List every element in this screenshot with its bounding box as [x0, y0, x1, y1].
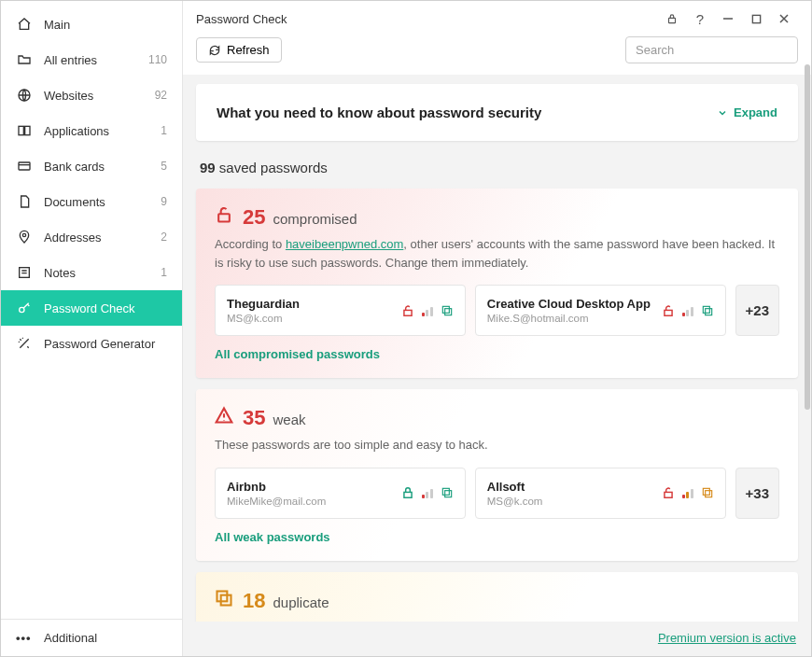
more-count-badge[interactable]: +33 — [735, 468, 779, 519]
more-icon: ••• — [16, 631, 33, 645]
sidebar-item-notes[interactable]: Notes 1 — [1, 255, 182, 290]
password-entry[interactable]: Airbnb MikeMike@mail.com — [215, 468, 466, 519]
sidebar-item-documents[interactable]: Documents 9 — [1, 184, 182, 219]
refresh-button[interactable]: Refresh — [196, 37, 282, 63]
sidebar-item-bank-cards[interactable]: Bank cards 5 — [1, 148, 182, 184]
duplicate-icon — [441, 304, 454, 317]
svg-rect-9 — [218, 214, 230, 221]
content-scroll[interactable]: What you need to know about password sec… — [183, 75, 811, 622]
toolbar: Refresh — [183, 31, 811, 75]
strength-icon — [422, 487, 433, 498]
panel-description: According to haveibeenpwned.com, other u… — [215, 235, 779, 272]
expand-button[interactable]: Expand — [717, 105, 777, 119]
svg-rect-12 — [444, 308, 451, 315]
note-icon — [16, 264, 33, 281]
svg-rect-23 — [221, 594, 231, 605]
wand-icon — [16, 335, 33, 352]
svg-rect-2 — [25, 126, 30, 134]
sidebar-label: Main — [44, 18, 167, 32]
strength-icon — [682, 487, 693, 498]
sidebar-list: Main All entries 110 Websites 92 Applica… — [1, 1, 182, 619]
duplicate-icon — [701, 486, 714, 499]
info-card-title: What you need to know about password sec… — [217, 105, 717, 120]
sidebar-item-websites[interactable]: Websites 92 — [1, 77, 182, 113]
lock-icon — [401, 486, 414, 499]
strength-icon — [682, 305, 693, 316]
close-button[interactable] — [770, 8, 798, 29]
svg-rect-7 — [669, 18, 676, 22]
premium-link[interactable]: Premium version is active — [658, 631, 796, 645]
svg-point-6 — [20, 307, 24, 312]
entries-row: Airbnb MikeMike@mail.com Allsoft MS@k.co… — [215, 468, 779, 519]
maximize-button[interactable] — [742, 8, 770, 29]
panel-description: These passwords are too simple and easy … — [215, 436, 779, 454]
sidebar-item-password-generator[interactable]: Password Generator — [1, 326, 182, 361]
password-entry[interactable]: Theguardian MS@k.com — [215, 285, 466, 336]
svg-rect-11 — [442, 306, 449, 313]
all-weak-link[interactable]: All weak passwords — [215, 530, 779, 544]
apps-icon — [16, 122, 33, 139]
svg-rect-16 — [404, 492, 412, 497]
page-title: Password Check — [196, 12, 287, 26]
sidebar: Main All entries 110 Websites 92 Applica… — [1, 1, 183, 656]
titlebar: Password Check ? — [183, 1, 811, 31]
panel-description: You use these passwords to protect multi… — [215, 619, 779, 622]
footer: Premium version is active — [183, 622, 811, 656]
svg-rect-18 — [444, 491, 451, 497]
sidebar-item-applications[interactable]: Applications 1 — [1, 113, 182, 148]
pin-icon — [16, 229, 33, 245]
card-icon — [16, 158, 33, 175]
svg-rect-17 — [442, 488, 449, 495]
unlock-icon — [215, 205, 233, 224]
svg-rect-21 — [705, 491, 711, 497]
password-entry[interactable]: Creative Cloud Desktop App Mike.S@hotmai… — [475, 285, 726, 336]
svg-rect-22 — [217, 591, 228, 601]
svg-rect-20 — [703, 488, 709, 495]
sidebar-footer-additional[interactable]: ••• Additional — [1, 619, 182, 656]
sidebar-item-main[interactable]: Main — [1, 7, 182, 42]
svg-rect-8 — [752, 15, 760, 22]
unlock-icon — [662, 486, 675, 499]
warning-icon — [215, 406, 233, 425]
scrollbar[interactable] — [805, 64, 810, 410]
svg-rect-15 — [705, 308, 711, 315]
globe-icon — [16, 87, 33, 104]
password-entry[interactable]: Allsoft MS@k.com — [475, 468, 726, 519]
entries-row: Theguardian MS@k.com Creative Cloud Desk… — [215, 285, 779, 336]
refresh-icon — [208, 44, 221, 57]
minimize-button[interactable] — [714, 8, 742, 29]
svg-rect-3 — [19, 162, 30, 170]
help-icon[interactable]: ? — [686, 8, 714, 29]
svg-rect-14 — [703, 306, 709, 313]
search-input[interactable] — [625, 36, 798, 63]
main-area: Password Check ? Refresh What you need t… — [183, 1, 811, 656]
info-card: What you need to know about password sec… — [196, 84, 798, 141]
all-compromised-link[interactable]: All compromised passwords — [215, 347, 779, 361]
panel-heading: 18 duplicate — [215, 589, 779, 613]
key-icon — [16, 300, 33, 316]
more-count-badge[interactable]: +23 — [735, 285, 779, 336]
panel-weak: 35 weak These passwords are too simple a… — [196, 389, 798, 561]
svg-rect-19 — [664, 492, 671, 497]
sidebar-item-password-check[interactable]: Password Check — [1, 290, 182, 326]
lock-icon[interactable] — [658, 8, 686, 29]
sidebar-item-addresses[interactable]: Addresses 2 — [1, 219, 182, 255]
unlock-icon — [401, 304, 414, 317]
duplicate-icon — [701, 304, 714, 317]
svg-rect-1 — [19, 126, 23, 134]
chevron-down-icon — [717, 107, 728, 119]
document-icon — [16, 193, 33, 210]
home-icon — [16, 16, 33, 33]
panel-heading: 25 compromised — [215, 205, 779, 230]
panel-duplicate: 18 duplicate You use these passwords to … — [196, 572, 798, 622]
svg-rect-13 — [664, 310, 671, 315]
svg-rect-10 — [404, 310, 412, 315]
strength-icon — [422, 305, 433, 316]
sidebar-item-all-entries[interactable]: All entries 110 — [1, 42, 182, 77]
folder-icon — [16, 51, 33, 68]
panel-heading: 35 weak — [215, 406, 779, 430]
svg-point-4 — [22, 233, 25, 236]
unlock-icon — [662, 304, 675, 317]
duplicate-icon — [441, 486, 454, 499]
hibp-link[interactable]: haveibeenpwned.com — [286, 237, 403, 251]
